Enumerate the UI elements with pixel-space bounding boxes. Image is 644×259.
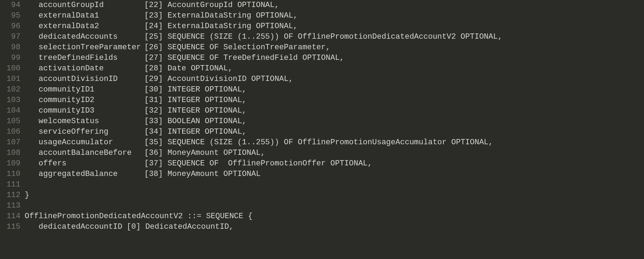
- line-number: 109: [0, 158, 20, 169]
- line-number: 102: [0, 84, 20, 95]
- asn1-field-name: usageAccumulator: [39, 137, 144, 148]
- code-line: accountBalanceBefore[36] MoneyAmount OPT…: [25, 148, 644, 158]
- asn1-field-type: [28] Date OPTIONAL,: [144, 64, 233, 73]
- asn1-field-name: communityID3: [39, 106, 144, 116]
- line-number: 96: [0, 21, 20, 32]
- asn1-field-name: accountBalanceBefore: [39, 148, 144, 158]
- asn1-field-name: accountDivisionID: [39, 74, 144, 84]
- line-number: 103: [0, 95, 20, 106]
- line-number-gutter: 9495969798991001011021031041051061071081…: [0, 0, 25, 259]
- line-number: 100: [0, 63, 20, 74]
- code-line: selectionTreeParameter[26] SEQUENCE OF S…: [25, 42, 644, 53]
- code-line: accountDivisionID[29] AccountDivisionID …: [25, 74, 644, 84]
- line-number: 98: [0, 42, 20, 53]
- code-line: OfflinePromotionDedicatedAccountV2 ::= S…: [25, 211, 644, 222]
- line-number: 94: [0, 0, 20, 11]
- asn1-field-name: accountGroupId: [39, 0, 144, 11]
- line-number: 105: [0, 116, 20, 127]
- code-line: accountGroupId[22] AccountGroupId OPTION…: [25, 0, 644, 11]
- code-line: serviceOffering[34] INTEGER OPTIONAL,: [25, 127, 644, 137]
- asn1-field-type: [35] SEQUENCE (SIZE (1..255)) OF Offline…: [144, 138, 493, 147]
- asn1-field-type: [34] INTEGER OPTIONAL,: [144, 127, 247, 136]
- line-number: 99: [0, 53, 20, 63]
- code-line: communityID2[31] INTEGER OPTIONAL,: [25, 95, 644, 106]
- code-line: communityID3[32] INTEGER OPTIONAL,: [25, 106, 644, 116]
- line-number: 115: [0, 222, 20, 232]
- code-line: }: [25, 190, 644, 201]
- code-line: offers[37] SEQUENCE OF OfflinePromotionO…: [25, 158, 644, 169]
- asn1-field-type: [27] SEQUENCE OF TreeDefinedField OPTION…: [144, 53, 345, 62]
- asn1-field-type: [24] ExternalDataString OPTIONAL,: [144, 22, 298, 31]
- code-line: externalData2[24] ExternalDataString OPT…: [25, 21, 644, 32]
- asn1-field-type: [22] AccountGroupId OPTIONAL,: [144, 1, 279, 10]
- asn1-field-type: [26] SEQUENCE OF SelectionTreeParameter,: [144, 43, 330, 52]
- asn1-field-type: [25] SEQUENCE (SIZE (1..255)) OF Offline…: [144, 32, 503, 41]
- asn1-field-type: [30] INTEGER OPTIONAL,: [144, 85, 247, 94]
- asn1-field-name: dedicatedAccounts: [39, 32, 144, 42]
- line-number: 95: [0, 11, 20, 21]
- code-line: [25, 179, 644, 190]
- asn1-field-type: [0] DedicatedAccountID,: [127, 222, 234, 231]
- line-number: 112: [0, 190, 20, 201]
- asn1-field-name: activationDate: [39, 63, 144, 74]
- line-number: 101: [0, 74, 20, 84]
- code-line: usageAccumulator[35] SEQUENCE (SIZE (1..…: [25, 137, 644, 148]
- asn1-field-type: [37] SEQUENCE OF OfflinePromotionOffer O…: [144, 159, 372, 168]
- line-number: 107: [0, 137, 20, 148]
- code-line: dedicatedAccountID[0] DedicatedAccountID…: [25, 222, 644, 232]
- asn1-field-type: [23] ExternalDataString OPTIONAL,: [144, 11, 298, 20]
- asn1-field-name: selectionTreeParameter: [39, 42, 144, 53]
- code-editor[interactable]: 9495969798991001011021031041051061071081…: [0, 0, 644, 259]
- line-number: 108: [0, 148, 20, 158]
- code-line: treeDefinedFields[27] SEQUENCE OF TreeDe…: [25, 53, 644, 63]
- asn1-field-type: [31] INTEGER OPTIONAL,: [144, 96, 247, 105]
- line-number: 106: [0, 127, 20, 137]
- asn1-field-name: aggregatedBalance: [39, 169, 144, 179]
- asn1-field-name: communityID2: [39, 95, 144, 106]
- asn1-field-name: externalData1: [39, 11, 144, 21]
- asn1-field-type: [29] AccountDivisionID OPTIONAL,: [144, 75, 293, 83]
- asn1-field-name: treeDefinedFields: [39, 53, 144, 63]
- asn1-field-type: [36] MoneyAmount OPTIONAL,: [144, 149, 265, 157]
- asn1-field-name: dedicatedAccountID: [39, 222, 127, 232]
- code-area[interactable]: accountGroupId[22] AccountGroupId OPTION…: [25, 0, 644, 259]
- line-number: 111: [0, 179, 20, 190]
- code-line: activationDate[28] Date OPTIONAL,: [25, 63, 644, 74]
- asn1-field-name: serviceOffering: [39, 127, 144, 137]
- line-number: 104: [0, 106, 20, 116]
- asn1-field-name: communityID1: [39, 84, 144, 95]
- line-number: 113: [0, 201, 20, 211]
- code-line: dedicatedAccounts[25] SEQUENCE (SIZE (1.…: [25, 32, 644, 42]
- code-line: [25, 201, 644, 211]
- asn1-field-name: welcomeStatus: [39, 116, 144, 127]
- asn1-field-name: offers: [39, 158, 144, 169]
- line-number: 114: [0, 211, 20, 222]
- asn1-field-name: externalData2: [39, 21, 144, 32]
- asn1-field-type: [32] INTEGER OPTIONAL,: [144, 106, 247, 115]
- asn1-field-type: [38] MoneyAmount OPTIONAL: [144, 170, 261, 178]
- line-number: 97: [0, 32, 20, 42]
- code-line: externalData1[23] ExternalDataString OPT…: [25, 11, 644, 21]
- asn1-field-type: [33] BOOLEAN OPTIONAL,: [144, 117, 247, 126]
- code-line: communityID1[30] INTEGER OPTIONAL,: [25, 84, 644, 95]
- code-line: aggregatedBalance[38] MoneyAmount OPTION…: [25, 169, 644, 179]
- line-number: 110: [0, 169, 20, 179]
- code-line: welcomeStatus[33] BOOLEAN OPTIONAL,: [25, 116, 644, 127]
